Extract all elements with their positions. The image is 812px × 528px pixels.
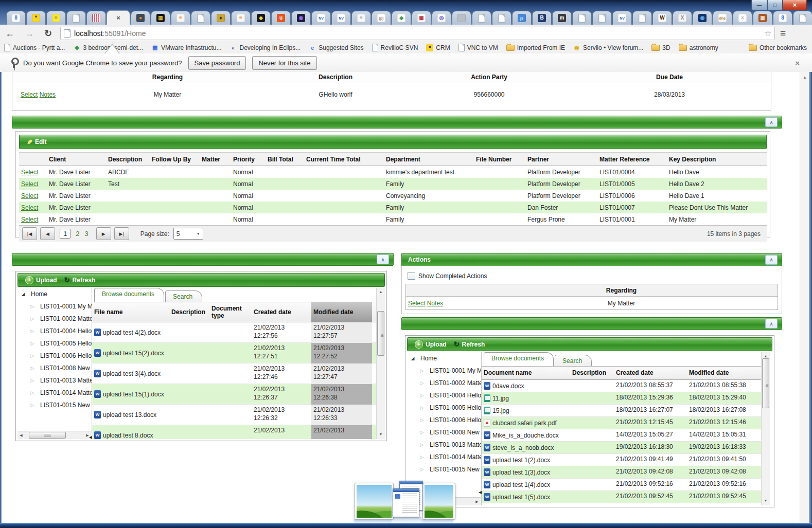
collapse-button[interactable]: ∧: [765, 255, 778, 265]
select-link[interactable]: Select: [21, 204, 38, 211]
notes-link[interactable]: Notes: [427, 300, 443, 307]
browser-tab-generic-page[interactable]: [632, 11, 652, 25]
tree-horizontal-scrollbar[interactable]: ◀ ▶: [17, 431, 91, 439]
scroll-down-icon[interactable]: ▼: [762, 497, 770, 504]
file-row[interactable]: Wupload test 1(3).docx21/02/201309:42:08…: [482, 466, 761, 479]
browser-tab-sticky-note[interactable]: ≡: [46, 11, 66, 25]
file-row[interactable]: 15.jpg18/02/201316:27:0718/02/201316:27:…: [482, 405, 761, 417]
browser-tab-bootstrap[interactable]: B: [532, 11, 552, 25]
file-row[interactable]: W: [482, 503, 761, 505]
collapse-button[interactable]: ∧: [765, 117, 778, 127]
file-row[interactable]: Wupload test 1(4).docx21/02/201309:52:16…: [482, 479, 761, 491]
browser-tab-gold-site[interactable]: ♦: [211, 11, 231, 25]
tree-item[interactable]: ▷LIST01-0005 Hello: [407, 402, 481, 414]
browser-tab-gray-square-site[interactable]: [452, 11, 471, 25]
column-header[interactable]: Description: [169, 308, 209, 316]
tab-browse-documents[interactable]: Browse documents: [484, 352, 554, 366]
select-link[interactable]: Select: [21, 180, 38, 188]
file-row[interactable]: Wupload test 8.docx21/02/201321/02/2013: [92, 425, 376, 439]
forward-button[interactable]: →: [20, 29, 39, 38]
browser-tab-dark-yellow-site[interactable]: ◆: [251, 11, 271, 25]
scroll-left-icon[interactable]: ◀: [17, 433, 25, 438]
bookmark-item[interactable]: 3D: [651, 44, 670, 51]
browser-vertical-scrollbar[interactable]: ▲: [800, 72, 809, 523]
browser-tab-stackoverflow[interactable]: ≡: [171, 11, 190, 25]
tree-item[interactable]: ▷LIST01-0005 Hello: [17, 337, 92, 350]
column-header[interactable]: Modified date: [311, 302, 372, 322]
select-link[interactable]: Select: [21, 216, 38, 223]
bookmark-star-icon[interactable]: ☆: [765, 29, 771, 38]
file-list-vertical-scrollbar[interactable]: ▲▼: [761, 352, 770, 505]
file-row[interactable]: WMike_is_a_douche.docx14/02/201315:05:27…: [482, 429, 761, 442]
tree-item[interactable]: ▷LIST01-0015 New M: [17, 399, 92, 411]
tab-search[interactable]: Search: [555, 355, 592, 366]
browser-tab-ubuntu[interactable]: u: [271, 11, 291, 25]
column-header[interactable]: Created date: [614, 369, 687, 376]
scroll-right-icon[interactable]: ▶: [473, 500, 481, 504]
tab-close-icon[interactable]: ×: [116, 14, 120, 21]
browser-tab-m-site[interactable]: m: [552, 11, 572, 25]
column-header[interactable]: Client: [47, 156, 106, 163]
tree-expanded-icon[interactable]: ◢: [410, 356, 415, 361]
page-link[interactable]: 3: [84, 230, 88, 238]
tree-item[interactable]: ▷LIST01-0014 Matte: [17, 387, 92, 399]
edit-button[interactable]: ✎ Edit: [27, 138, 47, 146]
bookmark-item[interactable]: VNC to VM: [458, 44, 498, 51]
file-row[interactable]: Wupload test 13.docx21/02/201312:26:3221…: [92, 405, 376, 425]
tree-root-home[interactable]: ◢Home: [17, 288, 92, 300]
column-header[interactable]: Matter: [200, 156, 231, 163]
address-bar[interactable]: localhost :55091/Home ☆: [60, 27, 775, 40]
tree-collapsed-icon[interactable]: ▷: [30, 341, 35, 346]
column-header[interactable]: Description: [106, 156, 150, 163]
browser-tab-js-site[interactable]: js: [512, 11, 532, 25]
browser-tab-aspnet[interactable]: NV: [612, 11, 632, 25]
column-header[interactable]: Bill Total: [266, 156, 304, 163]
taskbar[interactable]: [0, 523, 812, 528]
browser-tab-red-grid-site[interactable]: ▦: [412, 11, 431, 25]
tree-item[interactable]: ▷LIST01-0006 Hello: [17, 350, 92, 362]
back-button[interactable]: ←: [0, 29, 20, 38]
column-header[interactable]: Description: [570, 369, 614, 376]
column-header[interactable]: Priority: [231, 156, 266, 163]
bookmark-item[interactable]: eSuggested Sites: [309, 44, 363, 51]
tree-item[interactable]: ▷LIST01-0013 Matte: [17, 374, 92, 387]
browser-tab-brown-grid-site[interactable]: ▦: [753, 11, 772, 25]
file-row[interactable]: Wsteve_is_a_noob.docx19/02/201316:18:301…: [482, 442, 761, 454]
column-header[interactable]: Document name: [482, 369, 570, 376]
first-page-button[interactable]: |◀: [22, 227, 37, 240]
tree-collapsed-icon[interactable]: ▷: [419, 380, 425, 386]
bookmark-item[interactable]: RevilloC SVN: [372, 44, 418, 51]
tree-item[interactable]: ▷LIST01-0004 Hello: [17, 325, 92, 337]
tree-collapsed-icon[interactable]: ▷: [419, 442, 425, 447]
bookmark-item[interactable]: Auctions - Pyrtt a...: [4, 44, 65, 51]
current-page[interactable]: 1: [60, 229, 70, 239]
taskbar-thumbnail-window-front[interactable]: [393, 488, 419, 517]
scroll-up-icon[interactable]: ▲: [800, 72, 809, 80]
tree-collapsed-icon[interactable]: ▷: [419, 454, 425, 460]
next-page-button[interactable]: ▶: [96, 227, 111, 240]
browser-tab-generic-page[interactable]: [66, 11, 86, 25]
select-link[interactable]: Select: [21, 91, 38, 98]
column-header[interactable]: File name: [92, 308, 169, 316]
browser-tab-generic-page[interactable]: [472, 11, 491, 25]
file-list-vertical-scrollbar[interactable]: ▲▼: [376, 288, 385, 439]
column-header[interactable]: Key Description: [667, 156, 767, 163]
tree-item[interactable]: ▷LIST01-0001 My M: [407, 365, 481, 377]
browser-tab-striped-site[interactable]: [86, 11, 106, 25]
select-link[interactable]: Select: [21, 192, 38, 199]
browser-tab-stackoverflow-gray[interactable]: ≡: [351, 11, 371, 25]
scroll-up-icon[interactable]: ▲: [377, 288, 385, 296]
tree-root-home[interactable]: ◢Home: [407, 352, 481, 365]
file-row[interactable]: Wupload test 1(5).docx21/02/201309:52:45…: [482, 491, 761, 503]
browser-tab-paren-p-site[interactable]: (p): [372, 11, 391, 25]
refresh-button[interactable]: ↻ Refresh: [454, 340, 485, 348]
tree-expanded-icon[interactable]: ◢: [21, 292, 26, 297]
refresh-button[interactable]: ↻ Refresh: [64, 276, 96, 284]
bookmark-item[interactable]: *CRM: [426, 44, 450, 51]
tab-search[interactable]: Search: [165, 290, 202, 302]
browser-tab-wikipedia[interactable]: W: [652, 11, 672, 25]
browser-tab-generic-page[interactable]: [492, 11, 511, 25]
tree-item[interactable]: ▷LIST01-0013 Matte: [407, 439, 481, 451]
upload-button[interactable]: + Upload: [415, 340, 447, 349]
tree-item[interactable]: ▷LIST01-0004 Hello: [407, 389, 481, 402]
